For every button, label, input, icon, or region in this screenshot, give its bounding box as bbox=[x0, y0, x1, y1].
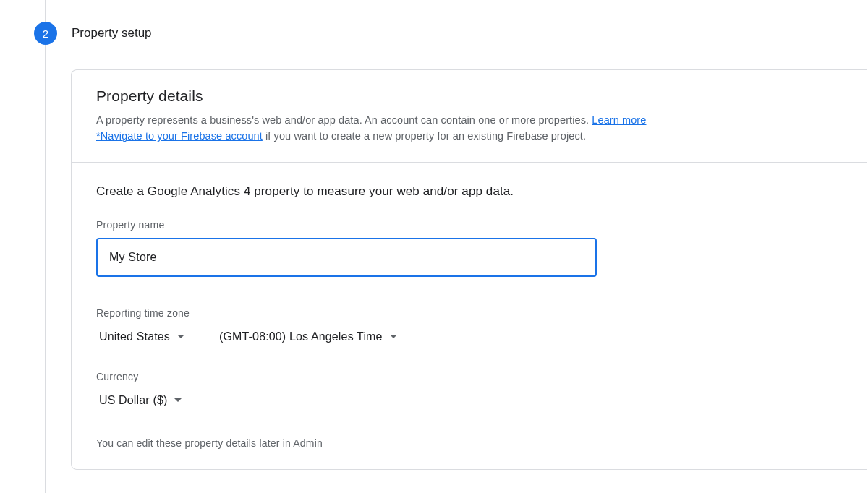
property-setup-card: Property details A property represents a… bbox=[71, 69, 867, 470]
firebase-suffix: if you want to create a new property for… bbox=[263, 130, 586, 142]
currency-block: Currency US Dollar ($) bbox=[96, 371, 842, 411]
card-body: Create a Google Analytics 4 property to … bbox=[72, 163, 867, 469]
timezone-country-dropdown[interactable]: United States bbox=[96, 326, 187, 348]
property-name-label: Property name bbox=[96, 219, 842, 231]
firebase-link[interactable]: *Navigate to your Firebase account bbox=[96, 130, 263, 142]
currency-dropdown[interactable]: US Dollar ($) bbox=[96, 390, 184, 411]
section-heading: Create a Google Analytics 4 property to … bbox=[96, 184, 842, 199]
timezone-country-value: United States bbox=[99, 330, 170, 343]
property-name-input[interactable] bbox=[96, 238, 597, 277]
card-header: Property details A property represents a… bbox=[72, 70, 867, 163]
edit-later-hint: You can edit these property details late… bbox=[96, 437, 842, 449]
card-header-description: A property represents a business's web a… bbox=[96, 112, 842, 145]
timezone-label: Reporting time zone bbox=[96, 307, 842, 319]
caret-down-icon bbox=[174, 398, 182, 402]
stepper-line-top bbox=[45, 0, 46, 22]
timezone-value: (GMT-08:00) Los Angeles Time bbox=[219, 330, 383, 343]
learn-more-link[interactable]: Learn more bbox=[592, 114, 646, 126]
timezone-value-dropdown[interactable]: (GMT-08:00) Los Angeles Time bbox=[216, 326, 400, 348]
currency-label: Currency bbox=[96, 371, 842, 382]
card-desc-text: A property represents a business's web a… bbox=[96, 114, 592, 126]
caret-down-icon bbox=[177, 335, 184, 338]
currency-value: US Dollar ($) bbox=[99, 394, 167, 407]
timezone-row: United States (GMT-08:00) Los Angeles Ti… bbox=[96, 326, 842, 348]
caret-down-icon bbox=[390, 335, 397, 338]
stepper-line-bottom bbox=[45, 45, 46, 493]
step-title: Property setup bbox=[72, 26, 152, 40]
step-number: 2 bbox=[43, 27, 48, 40]
card-header-title: Property details bbox=[96, 87, 842, 105]
step-number-badge: 2 bbox=[34, 22, 57, 45]
step-header: 2 Property setup bbox=[34, 22, 152, 45]
